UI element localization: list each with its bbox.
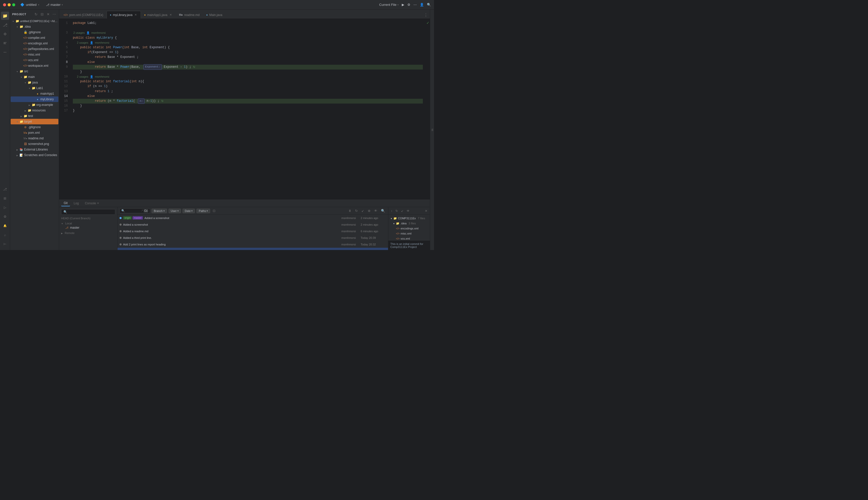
activity-icon-terminal[interactable]: ⊞ [1, 194, 9, 202]
tree-item-screenpng[interactable]: 🖼 screenshot.png [11, 141, 58, 147]
git-date-filter-btn[interactable]: Date ▾ [182, 209, 195, 213]
search-icon[interactable]: 🔍 [427, 3, 431, 7]
branch-selector[interactable]: ⎇ master ▾ [44, 2, 65, 7]
tree-item-java[interactable]: 📁 java [11, 80, 58, 85]
tree-item-dotgitignore[interactable]: ⊕ .gitignore [11, 124, 58, 130]
current-file-button[interactable]: Current File ▾ [379, 3, 399, 7]
activity-icon-expand[interactable]: ⊢ [1, 240, 9, 248]
code-content[interactable]: package Lab1; 2 usages 👤 msmhmorsi publi… [70, 19, 426, 199]
tree-item-idea[interactable]: 📁 .idea [11, 24, 58, 30]
activity-icon-git-bottom[interactable]: ⎇ [1, 185, 9, 193]
panel-tab-console[interactable]: Console ✕ [82, 201, 102, 206]
close-button[interactable] [3, 3, 6, 6]
settings-icon[interactable]: ⚙ [407, 3, 410, 7]
activity-icon-project[interactable]: 📁 [1, 12, 9, 20]
git-log-search-input[interactable] [126, 209, 140, 213]
tab-pom[interactable]: </> pom.xml (COMP3111Ex) [60, 11, 106, 19]
git-search-box[interactable]: 🔍 [61, 209, 115, 215]
sidebar-sync-button[interactable]: ↻ [34, 12, 38, 17]
tab-main[interactable]: ● Main.java [203, 11, 225, 19]
tree-item-pomxml[interactable]: M● pom.xml [11, 130, 58, 136]
tree-item-workspace[interactable]: </> workspace.xml [11, 63, 58, 69]
tree-item-mainapp1[interactable]: ● mainApp1 [11, 91, 58, 96]
git-right-close-btn[interactable]: ✕ [424, 209, 429, 213]
sidebar-collapse-button[interactable]: ⊟ [39, 12, 45, 17]
git-right-root[interactable]: 📁 COMP3111Ex 7 files [389, 216, 430, 221]
run-icon[interactable]: ▶ [402, 3, 404, 7]
activity-icon-preferences[interactable]: ⚙ [1, 213, 9, 220]
tab-bar-menu-button[interactable]: ⋮ [423, 11, 429, 19]
tree-item-root[interactable]: 📁 untitled [COMP3111Ex] ~/IdeaProjects/u… [11, 18, 58, 24]
tree-item-test[interactable]: 📁 test [11, 113, 58, 119]
git-log-row-5[interactable]: Add 2 print lines as report heading msmh… [117, 241, 388, 248]
git-branch-master[interactable]: ⎇ master [61, 225, 115, 230]
tree-item-vcs[interactable]: </> vcs.xml [11, 57, 58, 63]
git-local-header[interactable]: Local [61, 221, 115, 225]
git-expand-btn[interactable]: ⊕ [367, 208, 372, 213]
git-head-item[interactable]: HEAD (Current Branch) [61, 216, 115, 220]
git-log-row-1[interactable]: origin master Added a screenshot msmhmor… [117, 215, 388, 221]
tree-item-misc[interactable]: </> misc.xml [11, 52, 58, 57]
git-remote-header[interactable]: Remote [61, 231, 115, 235]
tree-item-mylibrary[interactable]: ● myLibrary [11, 96, 58, 102]
activity-icon-more[interactable]: ··· [1, 48, 9, 56]
git-refresh-btn[interactable]: ↻ [354, 208, 359, 213]
tree-item-gitignore[interactable]: 🔒 .gitignore [11, 30, 58, 35]
git-log-regex-btn[interactable]: .* [141, 209, 143, 212]
git-search-input[interactable] [68, 210, 113, 214]
tree-item-extlibs[interactable]: 📚 External Libraries [11, 147, 58, 152]
tree-item-src[interactable]: 📁 src [11, 69, 58, 74]
sidebar-menu-button[interactable]: ⋯ [52, 12, 57, 17]
git-right-sort-btn[interactable]: ↕ [390, 209, 393, 213]
tree-item-resources[interactable]: 📁 resources [11, 107, 58, 113]
tree-item-main[interactable]: 📁 main [11, 74, 58, 80]
tab-mainapp1[interactable]: ● mainApp1.java ✕ [141, 11, 176, 19]
tree-item-jarrepos[interactable]: </> jarRepositories.xml [11, 46, 58, 52]
tree-item-scratches[interactable]: 📝 Scratches and Consoles [11, 152, 58, 158]
maximize-button[interactable] [12, 3, 15, 6]
git-paths-filter-btn[interactable]: Paths ▾ [196, 209, 210, 213]
git-log-case-btn[interactable]: Cc [144, 209, 148, 213]
activity-icon-notifications[interactable]: 🔔 [1, 221, 9, 230]
git-log-row-6[interactable]: This is an initial commit for Comp3111Ex… [117, 248, 388, 250]
git-log-row-4[interactable]: Added a third print line. msmhmorsi Toda… [117, 235, 388, 241]
git-log-row-3[interactable]: Added a readme.md msmhmorsi 6 minutes ag… [117, 228, 388, 235]
git-log-search[interactable]: 🔍 .* Cc [119, 208, 150, 213]
menu-icon[interactable]: ⋯ [413, 3, 417, 7]
git-right-idea-folder[interactable]: 📁 .idea 3 files [389, 221, 430, 226]
activity-icon-search-bottom[interactable]: ⌕ [1, 231, 9, 239]
tab-mylibrary[interactable]: ● myLibrary.java ✕ [106, 11, 141, 19]
git-right-expand-btn[interactable]: ↙ [400, 209, 404, 213]
tree-item-lab1[interactable]: 📁 Lab1 [11, 85, 58, 91]
activity-icon-settings[interactable] [1, 30, 9, 38]
git-user-filter-btn[interactable]: User ▾ [169, 209, 181, 213]
minimize-button[interactable] [8, 3, 11, 6]
project-selector[interactable]: 🔷 untitled ▾ [18, 2, 41, 7]
tree-item-compiler[interactable]: </> compiler.xml [11, 35, 58, 41]
git-right-misc[interactable]: </> misc.xml [389, 231, 430, 236]
panel-tab-log[interactable]: Log [71, 201, 81, 206]
tree-item-orgexample[interactable]: 📁 org.example [11, 102, 58, 107]
panel-tab-git[interactable]: Git [61, 200, 70, 206]
activity-icon-run[interactable]: ▷ [1, 203, 9, 212]
git-branch-filter-btn[interactable]: Branch ▾ [151, 209, 167, 213]
tab-close-mylibrary[interactable]: ✕ [134, 13, 138, 17]
git-search-btn[interactable]: 🔍 [380, 208, 386, 213]
git-log-row-2[interactable]: Added a screenshot msmhmorsi 2 minutes a… [117, 221, 388, 228]
git-pause-btn[interactable]: ⏸ [347, 208, 353, 213]
tab-readme[interactable]: M● readme.md [176, 11, 203, 19]
user-icon[interactable]: 👤 [420, 3, 424, 7]
git-eye-btn[interactable]: 👁 [373, 208, 378, 213]
tree-item-encodings[interactable]: </> encodings.xml [11, 41, 58, 46]
git-fetch-btn[interactable]: ↙ [361, 208, 365, 213]
tree-item-readmemd[interactable]: M● readme.md [11, 136, 58, 141]
activity-icon-vcs[interactable]: ⎇ [1, 21, 9, 29]
activity-icon-inspect[interactable] [1, 39, 9, 47]
git-right-eye-btn[interactable]: 👁 [406, 209, 411, 213]
console-close-button[interactable]: ✕ [97, 202, 99, 205]
git-right-vcs[interactable]: </> vcs.xml [389, 236, 430, 241]
tab-close-mainapp1[interactable]: ✕ [169, 13, 172, 17]
sidebar-close-button[interactable]: ✕ [46, 12, 51, 17]
git-log-export-btn[interactable]: ⊡ [212, 208, 217, 213]
tree-item-target[interactable]: 📁 target [11, 119, 58, 124]
